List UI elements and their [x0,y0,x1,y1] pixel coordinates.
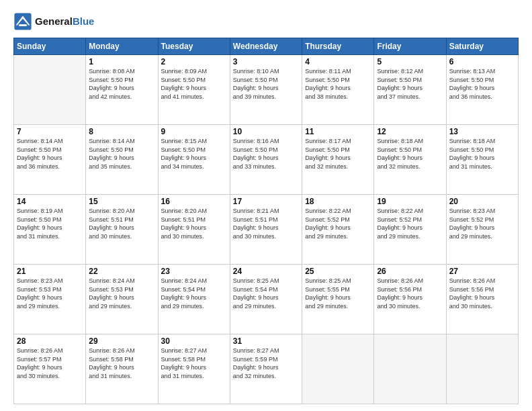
weekday-tuesday: Tuesday [158,38,230,55]
day-cell: 6Sunrise: 8:13 AM Sunset: 5:50 PM Daylig… [446,55,518,125]
day-number: 20 [449,197,515,206]
day-number: 21 [17,267,83,276]
day-cell: 24Sunrise: 8:25 AM Sunset: 5:54 PM Dayli… [230,265,302,334]
svg-rect-3 [19,24,26,26]
weekday-thursday: Thursday [302,38,374,55]
day-detail: Sunrise: 8:15 AM Sunset: 5:50 PM Dayligh… [161,137,227,171]
day-cell: 21Sunrise: 8:23 AM Sunset: 5:53 PM Dayli… [14,265,86,334]
day-cell: 11Sunrise: 8:17 AM Sunset: 5:50 PM Dayli… [302,125,374,195]
day-number: 12 [377,127,443,136]
day-cell [302,334,374,404]
week-row-0: 1Sunrise: 8:08 AM Sunset: 5:50 PM Daylig… [14,55,519,125]
day-detail: Sunrise: 8:08 AM Sunset: 5:50 PM Dayligh… [89,67,154,101]
day-number: 2 [161,57,227,66]
day-number: 29 [89,336,154,346]
weekday-saturday: Saturday [446,38,518,55]
week-row-4: 28Sunrise: 8:26 AM Sunset: 5:57 PM Dayli… [14,334,519,404]
day-cell: 14Sunrise: 8:19 AM Sunset: 5:50 PM Dayli… [14,195,86,265]
day-number: 6 [449,57,515,66]
day-detail: Sunrise: 8:27 AM Sunset: 5:58 PM Dayligh… [161,347,227,380]
day-detail: Sunrise: 8:26 AM Sunset: 5:56 PM Dayligh… [449,277,515,310]
day-number: 14 [17,197,83,206]
day-detail: Sunrise: 8:24 AM Sunset: 5:53 PM Dayligh… [89,277,154,310]
day-number: 24 [233,267,299,276]
day-detail: Sunrise: 8:20 AM Sunset: 5:51 PM Dayligh… [161,207,227,240]
day-cell: 27Sunrise: 8:26 AM Sunset: 5:56 PM Dayli… [446,265,518,334]
weekday-friday: Friday [374,38,446,55]
day-number: 15 [89,197,154,206]
logo: GeneralBlue [13,12,94,31]
header: GeneralBlue [13,12,519,31]
day-detail: Sunrise: 8:21 AM Sunset: 5:51 PM Dayligh… [233,207,299,240]
day-detail: Sunrise: 8:11 AM Sunset: 5:50 PM Dayligh… [305,67,371,101]
weekday-sunday: Sunday [14,38,86,55]
day-cell: 22Sunrise: 8:24 AM Sunset: 5:53 PM Dayli… [86,265,158,334]
day-cell: 12Sunrise: 8:18 AM Sunset: 5:50 PM Dayli… [374,125,446,195]
day-cell: 18Sunrise: 8:22 AM Sunset: 5:52 PM Dayli… [302,195,374,265]
logo-icon [13,12,32,31]
day-number: 28 [17,336,83,346]
day-number: 7 [17,127,83,136]
day-detail: Sunrise: 8:17 AM Sunset: 5:50 PM Dayligh… [305,137,371,171]
day-cell: 26Sunrise: 8:26 AM Sunset: 5:56 PM Dayli… [374,265,446,334]
day-detail: Sunrise: 8:14 AM Sunset: 5:50 PM Dayligh… [89,137,154,171]
day-detail: Sunrise: 8:09 AM Sunset: 5:50 PM Dayligh… [161,67,227,101]
day-cell: 15Sunrise: 8:20 AM Sunset: 5:51 PM Dayli… [86,195,158,265]
day-detail: Sunrise: 8:18 AM Sunset: 5:50 PM Dayligh… [377,137,443,171]
day-cell: 9Sunrise: 8:15 AM Sunset: 5:50 PM Daylig… [158,125,230,195]
week-row-3: 21Sunrise: 8:23 AM Sunset: 5:53 PM Dayli… [14,265,519,334]
day-number: 26 [377,267,443,276]
day-detail: Sunrise: 8:19 AM Sunset: 5:50 PM Dayligh… [17,207,83,240]
day-cell: 3Sunrise: 8:10 AM Sunset: 5:50 PM Daylig… [230,55,302,125]
weekday-monday: Monday [86,38,158,55]
day-detail: Sunrise: 8:13 AM Sunset: 5:50 PM Dayligh… [449,67,515,101]
day-cell: 30Sunrise: 8:27 AM Sunset: 5:58 PM Dayli… [158,334,230,404]
day-cell: 8Sunrise: 8:14 AM Sunset: 5:50 PM Daylig… [86,125,158,195]
day-detail: Sunrise: 8:23 AM Sunset: 5:53 PM Dayligh… [17,277,83,310]
day-number: 30 [161,336,227,346]
day-number: 31 [233,336,299,346]
day-number: 8 [89,127,154,136]
day-cell: 4Sunrise: 8:11 AM Sunset: 5:50 PM Daylig… [302,55,374,125]
day-number: 5 [377,57,443,66]
day-cell [374,334,446,404]
day-number: 11 [305,127,371,136]
week-row-1: 7Sunrise: 8:14 AM Sunset: 5:50 PM Daylig… [14,125,519,195]
day-number: 25 [305,267,371,276]
week-row-2: 14Sunrise: 8:19 AM Sunset: 5:50 PM Dayli… [14,195,519,265]
day-detail: Sunrise: 8:22 AM Sunset: 5:52 PM Dayligh… [377,207,443,240]
weekday-wednesday: Wednesday [230,38,302,55]
day-cell: 7Sunrise: 8:14 AM Sunset: 5:50 PM Daylig… [14,125,86,195]
day-cell: 17Sunrise: 8:21 AM Sunset: 5:51 PM Dayli… [230,195,302,265]
day-number: 22 [89,267,154,276]
day-number: 17 [233,197,299,206]
day-number: 1 [89,57,154,66]
day-cell: 29Sunrise: 8:26 AM Sunset: 5:58 PM Dayli… [86,334,158,404]
weekday-header-row: SundayMondayTuesdayWednesdayThursdayFrid… [14,38,519,55]
logo-text: GeneralBlue [35,15,94,28]
day-cell: 1Sunrise: 8:08 AM Sunset: 5:50 PM Daylig… [86,55,158,125]
day-detail: Sunrise: 8:18 AM Sunset: 5:50 PM Dayligh… [449,137,515,171]
day-number: 18 [305,197,371,206]
calendar-body: 1Sunrise: 8:08 AM Sunset: 5:50 PM Daylig… [14,55,519,404]
day-number: 4 [305,57,371,66]
day-cell: 28Sunrise: 8:26 AM Sunset: 5:57 PM Dayli… [14,334,86,404]
day-detail: Sunrise: 8:26 AM Sunset: 5:58 PM Dayligh… [89,347,154,380]
day-cell: 25Sunrise: 8:25 AM Sunset: 5:55 PM Dayli… [302,265,374,334]
day-number: 13 [449,127,515,136]
day-detail: Sunrise: 8:26 AM Sunset: 5:57 PM Dayligh… [17,347,83,380]
day-number: 3 [233,57,299,66]
calendar-table: SundayMondayTuesdayWednesdayThursdayFrid… [13,38,519,404]
day-number: 19 [377,197,443,206]
day-cell [446,334,518,404]
day-detail: Sunrise: 8:27 AM Sunset: 5:59 PM Dayligh… [233,347,299,380]
day-cell: 10Sunrise: 8:16 AM Sunset: 5:50 PM Dayli… [230,125,302,195]
day-cell: 23Sunrise: 8:24 AM Sunset: 5:54 PM Dayli… [158,265,230,334]
day-detail: Sunrise: 8:10 AM Sunset: 5:50 PM Dayligh… [233,67,299,101]
day-detail: Sunrise: 8:22 AM Sunset: 5:52 PM Dayligh… [305,207,371,240]
page: GeneralBlue SundayMondayTuesdayWednesday… [0,0,532,411]
day-detail: Sunrise: 8:25 AM Sunset: 5:55 PM Dayligh… [305,277,371,310]
day-detail: Sunrise: 8:14 AM Sunset: 5:50 PM Dayligh… [17,137,83,171]
day-detail: Sunrise: 8:24 AM Sunset: 5:54 PM Dayligh… [161,277,227,310]
day-cell: 13Sunrise: 8:18 AM Sunset: 5:50 PM Dayli… [446,125,518,195]
